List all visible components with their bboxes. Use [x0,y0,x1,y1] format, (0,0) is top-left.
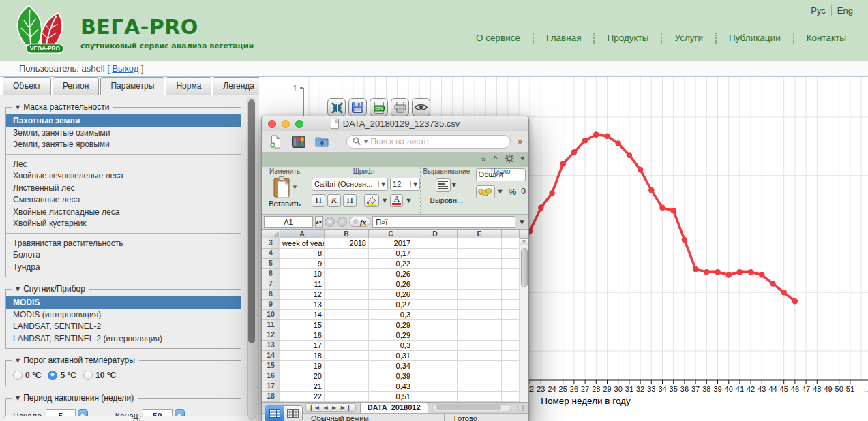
font-name-select[interactable]: Calibri (Основн...▼ [312,178,388,191]
cell[interactable]: 17 [280,341,325,351]
data-point[interactable] [638,167,644,173]
cell[interactable]: 0,39 [369,371,413,381]
sidebar-scrollbar-thumb[interactable] [248,99,255,343]
currency-dropdown-icon[interactable]: ▼ [497,189,504,195]
hscroll-thumb[interactable] [436,405,501,410]
cell[interactable] [413,238,458,249]
cell[interactable] [502,330,520,341]
mask-item[interactable]: Смешанные леса [6,193,241,206]
cell[interactable] [458,290,502,300]
sidebar-tab-норма[interactable]: Норма [166,77,211,95]
row-header[interactable]: 5 [262,259,280,269]
hscroll-grip[interactable]: ❘❘ [515,405,528,411]
cell[interactable] [413,381,458,392]
cell[interactable] [413,320,458,330]
cell[interactable] [413,341,458,351]
cell[interactable] [325,249,369,259]
cell[interactable] [458,392,502,402]
cell[interactable]: 8 [280,249,325,259]
cancel-button[interactable]: ✕ [325,217,335,227]
satellite-item[interactable]: LANDSAT, SENTINEL-2 [6,320,241,332]
cell[interactable] [413,300,458,310]
decimal-button[interactable]: 0 [521,187,526,196]
nav-item[interactable]: Главная [534,31,593,44]
cell[interactable] [458,381,502,392]
mask-item[interactable]: Хвойные вечнозеленые леса [6,170,241,182]
nav-item[interactable]: Контакты [794,31,858,44]
window-titlebar[interactable]: DATA_20180129_123735.csv [262,116,528,131]
cell[interactable] [413,330,458,341]
data-point[interactable] [593,131,599,138]
grid-vscrollbar[interactable]: ≡ [520,238,528,402]
data-point[interactable] [627,152,633,158]
currency-button[interactable] [476,185,495,198]
cell[interactable] [325,259,369,269]
row-header[interactable]: 16 [262,371,280,381]
lang-rus[interactable]: Рус [805,5,831,16]
vscroll-thumb[interactable] [521,248,528,287]
row-header[interactable]: 15 [262,361,280,371]
nav-item[interactable]: Продукты [595,31,661,44]
enter-button[interactable]: ✓ [337,217,347,227]
cell[interactable]: 0,31 [369,351,413,361]
sheet-tab[interactable]: DATA_2018012 [360,403,428,413]
row-header[interactable]: 17 [262,381,280,392]
data-point[interactable] [615,140,621,146]
sheet-nav-buttons[interactable]: ❙◀ ◀ ▶ ▶❙ [305,403,356,412]
cell[interactable] [458,351,502,361]
cell[interactable] [502,320,520,330]
mask-item[interactable]: Травянистая растительность [6,237,241,249]
data-point[interactable] [549,190,555,196]
search-dropdown-icon[interactable]: ▼ [364,139,368,144]
collapse-icon[interactable]: ▼ [16,286,20,292]
cell[interactable]: 15 [280,320,325,330]
column-header-B[interactable]: B [325,230,369,238]
cell[interactable] [458,310,502,320]
satellite-item[interactable]: LANDSAT, SENTINEL-2 (интерполяция) [6,332,241,345]
cell[interactable] [502,371,520,381]
column-header-blank[interactable] [502,230,520,238]
cell[interactable]: 14 [280,310,325,320]
underline-button[interactable]: П [343,194,357,207]
satellite-item[interactable]: MODIS (интерполяция) [6,309,241,321]
data-point[interactable] [682,237,688,243]
data-point[interactable] [693,266,699,272]
logout-link[interactable]: Выход [112,63,138,74]
row-header[interactable]: 10 [262,310,280,320]
collapse-icon[interactable]: ▼ [16,358,20,364]
view-layout-button[interactable] [284,406,302,421]
data-point[interactable] [737,269,743,275]
cell[interactable] [413,269,458,279]
cell[interactable] [502,290,520,300]
data-point[interactable] [538,205,544,211]
nav-item[interactable]: О сервисе [464,31,533,44]
cell[interactable]: 0,29 [369,320,413,330]
toolbar-overflow-button[interactable]: » [518,136,523,146]
ribbon-more-button[interactable]: » [481,154,486,164]
row-header[interactable]: 4 [262,249,280,259]
cell[interactable] [502,361,520,371]
cell[interactable]: 18 [280,351,325,361]
font-color-dropdown-icon[interactable]: ▼ [405,198,412,204]
fill-color-dropdown-icon[interactable]: ▼ [381,198,388,204]
row-header[interactable]: 9 [262,300,280,310]
data-point[interactable] [792,298,798,305]
data-point[interactable] [571,149,578,155]
cell[interactable] [458,249,502,259]
cell[interactable] [413,392,458,402]
nav-item[interactable]: Услуги [662,31,715,44]
cell[interactable]: 0,29 [369,330,413,341]
export-csv-button[interactable]: CSV [370,98,388,116]
cell[interactable] [325,381,369,392]
cell[interactable]: 12 [280,290,325,300]
cell[interactable] [325,269,369,279]
cell[interactable] [413,279,458,290]
download-button[interactable] [314,134,330,149]
sidebar-tab-легенда[interactable]: Легенда [213,77,265,95]
formula-dropdown-icon[interactable]: ▼ [518,219,526,225]
cell[interactable] [325,320,369,330]
cell[interactable]: 0,34 [369,361,413,371]
cell[interactable]: 0,51 [369,392,413,402]
cell[interactable] [325,330,369,341]
row-header[interactable]: 6 [262,269,280,279]
